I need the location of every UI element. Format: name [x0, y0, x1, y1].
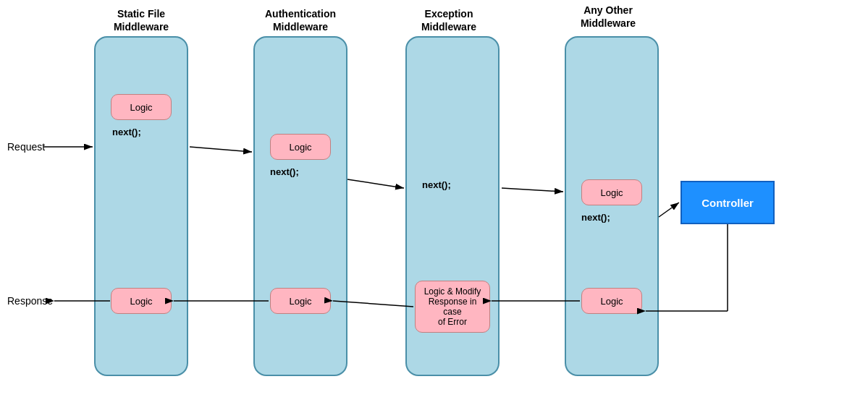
svg-line-4	[347, 179, 404, 188]
svg-line-3	[190, 147, 252, 152]
exception-logic-bottom: Logic & ModifyResponse in caseof Error	[415, 281, 490, 333]
auth-next-label: next();	[270, 166, 299, 177]
exception-next-label: next();	[422, 179, 451, 190]
diagram: Static FileMiddleware AuthenticationMidd…	[0, 0, 868, 413]
title-authentication: AuthenticationMiddleware	[253, 7, 347, 33]
auth-logic-top: Logic	[270, 134, 331, 160]
authentication-middleware-column	[253, 36, 347, 376]
controller-box: Controller	[681, 181, 775, 224]
title-exception: ExceptionMiddleware	[402, 7, 496, 33]
svg-line-6	[659, 203, 679, 217]
title-static-file: Static FileMiddleware	[94, 7, 188, 33]
static-logic-bottom: Logic	[111, 288, 172, 314]
other-logic-bottom: Logic	[581, 288, 642, 314]
controller-label: Controller	[701, 197, 754, 209]
other-logic-top: Logic	[581, 179, 642, 205]
auth-logic-bottom: Logic	[270, 288, 331, 314]
request-label: Request	[7, 141, 45, 153]
other-next-label: next();	[581, 212, 610, 223]
static-file-middleware-column	[94, 36, 188, 376]
static-logic-top: Logic	[111, 94, 172, 120]
response-label: Response	[7, 295, 53, 307]
any-other-middleware-column	[565, 36, 659, 376]
static-next-label: next();	[112, 127, 141, 137]
svg-line-5	[502, 188, 563, 192]
title-any-other: Any OtherMiddleware	[561, 4, 655, 30]
